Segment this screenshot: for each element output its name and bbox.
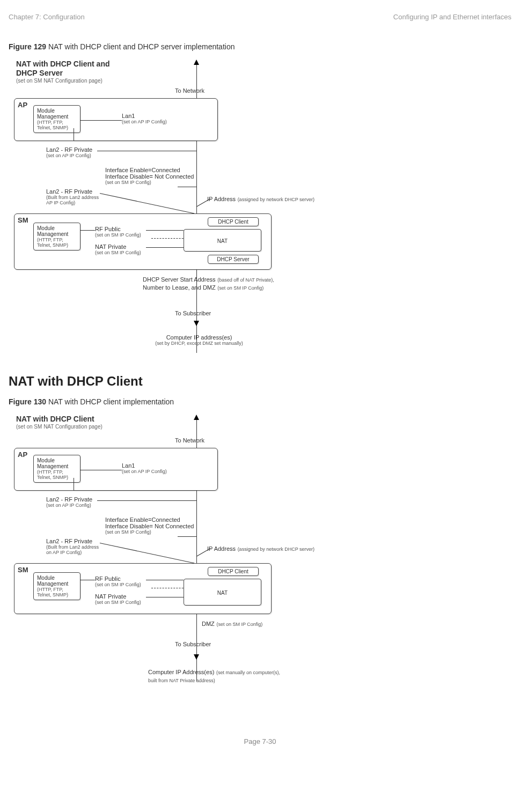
lan1-line <box>80 120 122 121</box>
comp-ip-label: Computer IP address(es) <box>137 334 261 341</box>
rf-public-line <box>80 230 95 231</box>
title-sub: (set on SM NAT Configuration page) <box>16 78 109 84</box>
figure-130-rest: NAT with DHCP client implementation <box>46 397 174 406</box>
sm-module-sub-2: (HTTP, FTP, Telnet, SNMP) <box>37 587 77 597</box>
lan2b-sub2-2: on AP IP Config) <box>46 550 99 555</box>
if-sub: (set on SM IP Config) <box>105 180 194 185</box>
module-join-line-2 <box>74 490 197 491</box>
figure-130-bold: Figure 130 <box>9 397 46 406</box>
comp-ip-sub: (set by DHCP, except DMZ set manually) <box>137 341 261 346</box>
rf-public-line-2a <box>80 580 95 580</box>
lan2b-sub2: AP IP Config) <box>46 200 99 205</box>
dmz-sub: (set on SM IP Config) <box>216 622 262 627</box>
if-enable-2: Interface Enable=Connected <box>105 516 194 523</box>
lan2-sub-2: (set on AP IP Config) <box>46 503 92 508</box>
sm-module-box: Module Management (HTTP, FTP, Telnet, SN… <box>33 223 80 250</box>
ap-box-2: AP Module Management (HTTP, FTP, Telnet,… <box>14 448 218 491</box>
nat-private-line <box>146 247 184 248</box>
lan2-label: Lan2 - RF Private <box>46 146 92 153</box>
rf-public-label-2: RF Public <box>95 575 141 582</box>
sm-label: SM <box>18 216 28 224</box>
dhcp-server-box: DHCP Server <box>208 255 259 264</box>
dhcp-client-box: DHCP Client <box>208 217 259 226</box>
figure-129-bold: Figure 129 <box>9 42 46 51</box>
lan2-pointer <box>97 151 196 151</box>
sm-module-label-2: Module Management <box>37 575 77 587</box>
ip-addr-label-2: IP Address <box>207 545 236 552</box>
nat-private-line-2 <box>146 597 184 597</box>
sm-module-sub: (HTTP, FTP, Telnet, SNMP) <box>37 237 77 248</box>
figure-129-diagram: NAT with DHCP Client and DHCP Server (se… <box>14 55 325 361</box>
title-l2: DHCP Server <box>16 69 63 77</box>
ap-label-2: AP <box>18 451 27 459</box>
rf-public-sub: (set on SM IP Config) <box>95 232 141 238</box>
ip-pointer <box>196 198 210 207</box>
module-join-line <box>74 141 197 141</box>
module-sub: (HTTP, FTP, Telnet, SNMP) <box>37 120 77 130</box>
lan2b-sub1: (Built from Lan2 address <box>46 195 99 200</box>
module-label: Module Management <box>37 108 77 120</box>
figure-130-diagram: NAT with DHCP Client (set on SM NAT Conf… <box>14 410 325 700</box>
figure-129-caption: Figure 129 NAT with DHCP client and DHCP… <box>9 42 511 51</box>
dmz-label: DMZ <box>202 621 215 627</box>
sm-box-2: SM Module Management (HTTP, FTP, Telnet,… <box>14 563 272 614</box>
figure-129-rest: NAT with DHCP client and DHCP server imp… <box>46 42 235 51</box>
ip-pointer-2 <box>196 548 210 557</box>
sm-box: SM Module Management (HTTP, FTP, Telnet,… <box>14 213 272 270</box>
arrow-up-icon-2 <box>194 415 199 420</box>
to-network-label: To Network <box>175 87 204 94</box>
rf-public-label: RF Public <box>95 226 141 232</box>
ap-label: AP <box>18 101 27 109</box>
dhcp-start-label: DHCP Server Start Address <box>143 276 216 283</box>
nat-private-label: NAT Private <box>95 243 141 250</box>
diag2-title-sub: (set on SM NAT Configuration page) <box>16 424 102 430</box>
if-disable: Interface Disable= Not Connected <box>105 173 194 180</box>
comp-ip-label-2: Computer IP Address(es) <box>148 669 214 675</box>
lan2b-label-2: Lan2 - RF Private <box>46 538 99 544</box>
module-down-line-2 <box>74 478 74 491</box>
nat-private-sub-2: (set on SM IP Config) <box>95 600 141 605</box>
header-left: Chapter 7: Configuration <box>9 13 85 21</box>
if-pointer-2 <box>178 536 196 537</box>
nat-private-sub: (set on SM IP Config) <box>95 250 141 255</box>
if-pointer <box>178 187 196 187</box>
lan1-label-2: Lan1 <box>122 462 167 469</box>
diag-title: NAT with DHCP Client and DHCP Server <box>16 60 109 78</box>
lan2b-pointer <box>100 193 194 213</box>
lan1-sub: (set on AP IP Config) <box>122 119 167 124</box>
sm-module-label: Module Management <box>37 225 77 237</box>
module-down-line <box>74 128 74 141</box>
nat-box-2: NAT <box>184 579 261 606</box>
ip-addr-label: IP Address <box>207 196 236 202</box>
diag2-title: NAT with DHCP Client <box>16 415 102 424</box>
rf-public-sub-2: (set on SM IP Config) <box>95 582 141 587</box>
arrow-down-icon-2 <box>194 654 199 660</box>
if-disable-2: Interface Disable= Not Connected <box>105 523 194 529</box>
section-heading: NAT with DHCP Client <box>9 374 511 389</box>
rf-public-line2 <box>146 230 184 231</box>
lan2-sub: (set on AP IP Config) <box>46 153 92 158</box>
to-network-label-2: To Network <box>175 437 204 444</box>
lan2b-pointer-2 <box>100 543 194 563</box>
arrow-up-icon <box>194 60 199 65</box>
if-enable: Interface Enable=Connected <box>105 167 194 173</box>
num-lease-sub: (set on SM IP Config) <box>217 285 263 291</box>
lan2-pointer-2 <box>97 500 196 501</box>
page-footer: Page 7-30 <box>9 737 511 745</box>
ip-addr-sub: (assigned by network DHCP server) <box>238 197 314 202</box>
lan2b-label: Lan2 - RF Private <box>46 188 99 195</box>
module-label-2: Module Management <box>37 457 77 469</box>
to-sub-label: To Subscriber <box>175 310 211 316</box>
ap-box: AP Module Management (HTTP, FTP, Telnet,… <box>14 98 218 141</box>
rf-public-line-2b <box>146 580 184 580</box>
ip-addr-sub-2: (assigned by network DHCP server) <box>238 547 314 552</box>
page-header: Chapter 7: Configuration Configuring IP … <box>9 13 511 21</box>
dhcp-start-sub: (based off of NAT Private), <box>217 277 274 283</box>
lan1-line-2 <box>80 470 122 470</box>
if-sub-2: (set on SM IP Config) <box>105 529 194 535</box>
sm-label-2: SM <box>18 566 28 574</box>
num-lease-label: Number to Lease, and DMZ <box>143 284 216 291</box>
lan2b-sub1-2: (Built from Lan2 address <box>46 544 99 550</box>
title-l1: NAT with DHCP Client and <box>16 60 109 68</box>
header-right: Configuring IP and Ethernet interfaces <box>393 13 511 21</box>
